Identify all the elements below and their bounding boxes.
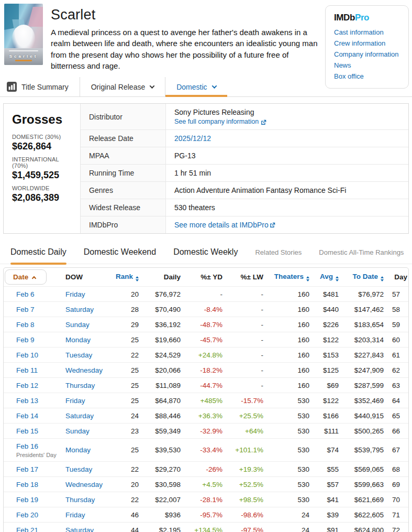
cell-theaters: 24 — [266, 507, 313, 523]
date-link[interactable]: Feb 20 — [16, 511, 38, 519]
dow-link[interactable]: Sunday — [65, 321, 90, 329]
dow-link[interactable]: Thursday — [65, 496, 95, 504]
date-link[interactable]: Feb 19 — [16, 496, 38, 504]
cell-theaters: 530 — [266, 492, 313, 507]
date-link[interactable]: Feb 12 — [16, 382, 38, 389]
movie-poster[interactable]: Scarlet — [4, 4, 43, 65]
cell-daily: $88,446 — [142, 408, 184, 424]
date-link[interactable]: Feb 9 — [16, 336, 35, 344]
cell-day: 72 — [387, 523, 409, 532]
column-header-date[interactable]: Date — [4, 268, 62, 287]
cell-daily: $30,598 — [142, 477, 184, 492]
cell-day: 71 — [387, 507, 409, 523]
details-value: 530 theaters — [166, 199, 408, 216]
column-header-rank[interactable]: Rank — [113, 268, 142, 287]
cell-avg: $440 — [313, 302, 342, 317]
cell-day: 57 — [387, 287, 409, 302]
dow-link[interactable]: Friday — [65, 397, 85, 405]
cell-pct-lw: - — [226, 287, 266, 302]
dow-link[interactable]: Monday — [65, 336, 91, 344]
details-label: Distributor — [81, 104, 166, 129]
date-link[interactable]: Feb 14 — [16, 412, 38, 420]
tab-title-summary[interactable]: Title Summary — [0, 77, 80, 96]
date-link[interactable]: Feb 15 — [16, 427, 38, 435]
details-value-link[interactable]: 2025/12/12 — [174, 134, 400, 143]
cell-rank: 25 — [113, 439, 142, 462]
column-header-to-date[interactable]: To Date — [342, 268, 387, 287]
details-value-link[interactable]: See more details at IMDbPro — [174, 221, 400, 229]
sort-both-icon — [336, 276, 339, 281]
cell-pct-lw: -97.5% — [226, 523, 266, 532]
date-link[interactable]: Feb 21 — [16, 526, 38, 532]
date-link[interactable]: Feb 7 — [16, 306, 35, 313]
cell-day: 69 — [387, 477, 409, 492]
column-header-avg[interactable]: Avg — [313, 268, 342, 287]
date-link[interactable]: Feb 17 — [16, 465, 38, 473]
dow-link[interactable]: Wednesday — [65, 366, 103, 374]
table-row: Feb 21Saturday44$2,195+134.5%-97.5%24$91… — [4, 523, 409, 532]
dow-link[interactable]: Tuesday — [65, 351, 92, 359]
cell-todate: $247,909 — [342, 363, 387, 378]
tab-domestic-daily[interactable]: Domestic Daily — [10, 241, 66, 264]
gross-value: $2,086,389 — [12, 192, 72, 203]
tab-domestic[interactable]: Domestic — [165, 77, 227, 96]
details-row: Running Time1 hr 51 min — [81, 165, 408, 182]
imdbpro-logo-pro: Pro — [355, 13, 369, 23]
imdbpro-link[interactable]: Box office — [334, 71, 400, 82]
imdbpro-link[interactable]: News — [334, 60, 400, 71]
imdbpro-link[interactable]: Cast information — [334, 27, 400, 38]
cell-todate: $76,972 — [342, 287, 387, 302]
sort-both-icon — [306, 276, 309, 281]
cell-theaters: 160 — [266, 378, 313, 393]
cell-theaters: 160 — [266, 287, 313, 302]
details-label: Running Time — [81, 165, 166, 181]
date-link[interactable]: Feb 8 — [16, 321, 35, 329]
imdbpro-logo: IMDbPro — [334, 13, 400, 23]
table-row: Feb 20Friday46$936-95.7%-98.6%24$39$622,… — [4, 507, 409, 523]
date-link[interactable]: Feb 6 — [16, 290, 35, 298]
cell-pct-lw: -15.7% — [226, 393, 266, 408]
cell-pct-lw: +19.3% — [226, 462, 266, 477]
imdbpro-link[interactable]: Crew information — [334, 38, 400, 49]
column-header-label: DOW — [65, 273, 83, 281]
tab-domestic-weekend[interactable]: Domestic Weekend — [84, 241, 156, 264]
date-link[interactable]: Feb 11 — [16, 366, 38, 374]
dow-link[interactable]: Tuesday — [65, 465, 92, 473]
cell-theaters: 530 — [266, 462, 313, 477]
tab-original-release[interactable]: Original Release — [80, 77, 166, 96]
details-extra-link[interactable]: See full company information — [174, 118, 400, 125]
dow-link[interactable]: Saturday — [65, 412, 94, 420]
cell-rank: 22 — [113, 462, 142, 477]
date-link[interactable]: Feb 18 — [16, 481, 38, 488]
dow-link[interactable]: Sunday — [65, 427, 90, 435]
dow-link[interactable]: Friday — [65, 511, 85, 519]
table-row: Feb 12Thursday25$11,089-44.7%-160$69$287… — [4, 378, 409, 393]
tab-domestic-all-time-rankings[interactable]: Domestic All-Time Rankings — [319, 242, 404, 264]
date-link[interactable]: Feb 16 — [16, 442, 38, 450]
dow-link[interactable]: Thursday — [65, 382, 95, 389]
tab-related-stories[interactable]: Related Stories — [255, 242, 302, 264]
details-value-text: Sony Pictures Releasing — [174, 108, 400, 116]
date-link[interactable]: Feb 13 — [16, 397, 38, 405]
cell-todate: $621,669 — [342, 492, 387, 507]
cell-pct-yd: +24.8% — [184, 348, 226, 363]
dow-link[interactable]: Saturday — [65, 526, 94, 532]
imdbpro-link[interactable]: Company information — [334, 49, 400, 60]
dow-link[interactable]: Saturday — [65, 306, 94, 313]
table-row: Feb 15Sunday23$59,349-32.9%+64%530$111$5… — [4, 424, 409, 439]
cell-todate: $227,843 — [342, 348, 387, 363]
date-link[interactable]: Feb 10 — [16, 351, 38, 359]
details-row: MPAAPG-13 — [81, 147, 408, 165]
column-header-theaters[interactable]: Theaters — [266, 268, 313, 287]
cell-pct-lw: +101.1% — [226, 439, 266, 462]
tab-domestic-weekly[interactable]: Domestic Weekly — [173, 241, 238, 264]
cell-theaters: 530 — [266, 477, 313, 492]
details-value-text: 530 theaters — [174, 203, 400, 212]
dow-link[interactable]: Friday — [65, 290, 85, 298]
external-link-icon — [270, 222, 275, 228]
dow-link[interactable]: Monday — [65, 446, 91, 454]
table-row: Feb 11Wednesday25$20,066-18.2%-160$125$2… — [4, 363, 409, 378]
dow-link[interactable]: Wednesday — [65, 481, 103, 488]
cell-daily: $20,066 — [142, 363, 184, 378]
cell-pct-lw: - — [226, 363, 266, 378]
